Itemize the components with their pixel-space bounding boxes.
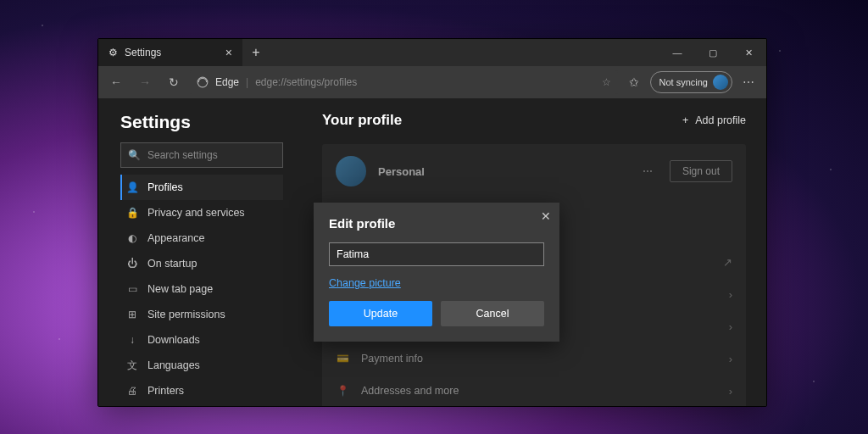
location-icon: 📍 <box>336 385 349 397</box>
chevron-right-icon: › <box>729 288 732 301</box>
toolbar: ← → ↻ Edge | edge://settings/profiles ☆ … <box>98 66 766 98</box>
sidebar: Settings 🔍 Search settings 👤Profiles 🔒Pr… <box>98 98 293 406</box>
power-icon: ⏻ <box>125 258 139 270</box>
printer-icon: 🖨 <box>125 385 139 397</box>
language-icon: 文 <box>125 359 139 373</box>
modal-close-icon[interactable]: ✕ <box>541 209 551 223</box>
profile-more-icon[interactable]: ⋯ <box>639 162 658 181</box>
sidebar-item-downloads[interactable]: ↓Downloads <box>120 327 283 353</box>
search-icon: 🔍 <box>128 149 141 161</box>
edge-logo-icon <box>197 76 209 88</box>
cancel-button[interactable]: Cancel <box>441 301 544 326</box>
external-link-icon: ↗ <box>723 256 732 269</box>
new-tab-button[interactable]: + <box>242 39 270 66</box>
avatar <box>336 156 366 186</box>
favorites-icon[interactable]: ✩ <box>621 70 647 95</box>
address-app: Edge <box>215 76 239 88</box>
address-url-prefix: edge://settings/ <box>255 76 324 88</box>
edit-profile-modal: ✕ Edit profile Change picture Update Can… <box>314 203 559 342</box>
bookmark-star-icon[interactable]: ☆ <box>602 76 611 88</box>
sync-label: Not syncing <box>659 77 708 87</box>
sync-pill[interactable]: Not syncing <box>650 71 732 93</box>
download-icon: ↓ <box>125 334 139 346</box>
permissions-icon: ⊞ <box>125 309 139 320</box>
close-window-button[interactable]: ✕ <box>731 39 766 66</box>
sidebar-item-system[interactable]: 🖥System <box>120 403 283 407</box>
card-icon: 💳 <box>336 353 349 364</box>
window-controls: — ▢ ✕ <box>659 39 766 66</box>
sidebar-item-site-permissions[interactable]: ⊞Site permissions <box>120 302 283 327</box>
profiles-icon: 👤 <box>125 181 139 193</box>
sidebar-item-startup[interactable]: ⏻On startup <box>120 251 283 276</box>
modal-title: Edit profile <box>329 216 544 231</box>
sidebar-item-newtab[interactable]: ▭New tab page <box>120 276 283 302</box>
profile-name: Personal <box>378 165 425 178</box>
sidebar-item-privacy[interactable]: 🔒Privacy and services <box>120 200 283 225</box>
forward-button[interactable]: → <box>132 70 158 95</box>
chevron-right-icon: › <box>729 385 732 398</box>
sidebar-item-languages[interactable]: 文Languages <box>120 353 283 378</box>
add-profile-button[interactable]: + Add profile <box>682 114 746 126</box>
tab-close-icon[interactable]: × <box>225 46 232 59</box>
appearance-icon: ◐ <box>125 232 139 244</box>
sign-out-button[interactable]: Sign out <box>670 160 732 182</box>
sidebar-item-appearance[interactable]: ◐Appearance <box>120 225 283 251</box>
plus-icon: + <box>682 114 688 126</box>
sidebar-heading: Settings <box>120 112 283 132</box>
chevron-right-icon: › <box>729 353 732 365</box>
chevron-right-icon: › <box>729 320 732 333</box>
search-placeholder: Search settings <box>147 149 218 161</box>
titlebar: ⚙ Settings × + — ▢ ✕ <box>98 39 766 66</box>
row-addresses[interactable]: 📍 Addresses and more › <box>336 375 732 407</box>
gear-icon: ⚙ <box>108 47 118 58</box>
refresh-button[interactable]: ↻ <box>161 70 186 95</box>
back-button[interactable]: ← <box>103 70 129 95</box>
address-bar[interactable]: Edge | edge://settings/profiles ☆ <box>190 70 618 94</box>
address-url-page: profiles <box>325 76 358 88</box>
sidebar-item-printers[interactable]: 🖨Printers <box>120 378 283 403</box>
maximize-button[interactable]: ▢ <box>695 39 731 66</box>
browser-window: ⚙ Settings × + — ▢ ✕ ← → ↻ Edge | edge:/… <box>97 38 767 407</box>
profile-avatar-icon <box>713 75 728 90</box>
search-input[interactable]: 🔍 Search settings <box>120 142 283 168</box>
update-button[interactable]: Update <box>329 301 432 326</box>
minimize-button[interactable]: — <box>659 39 695 66</box>
lock-icon: 🔒 <box>125 207 139 219</box>
change-picture-link[interactable]: Change picture <box>329 277 401 289</box>
page-title: Your profile <box>322 112 402 129</box>
browser-tab[interactable]: ⚙ Settings × <box>98 39 242 66</box>
overflow-menu-icon[interactable]: ⋯ <box>736 70 761 95</box>
profile-name-input[interactable] <box>329 242 544 266</box>
sidebar-item-profiles[interactable]: 👤Profiles <box>120 175 283 200</box>
tab-title: Settings <box>125 47 161 58</box>
tab-icon: ▭ <box>125 283 139 295</box>
row-payment-info[interactable]: 💳 Payment info › <box>336 342 732 375</box>
